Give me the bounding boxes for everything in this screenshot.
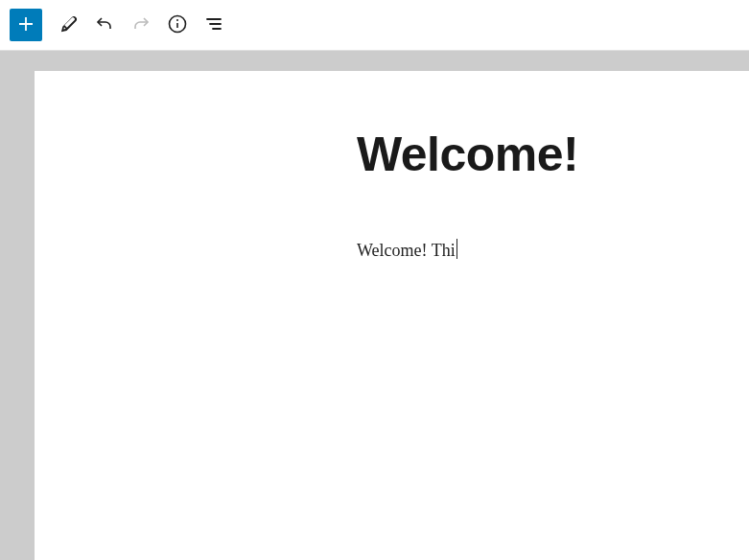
pencil-icon xyxy=(57,12,80,38)
post-content-area[interactable]: Welcome! Welcome! Thi xyxy=(35,71,749,560)
editor-toolbar xyxy=(0,0,749,51)
details-button[interactable] xyxy=(161,9,194,41)
redo-button[interactable] xyxy=(125,9,157,41)
info-icon xyxy=(166,12,189,38)
undo-button[interactable] xyxy=(88,9,121,41)
editor-canvas: Welcome! Welcome! Thi xyxy=(0,51,749,560)
outline-button[interactable] xyxy=(198,9,230,41)
svg-point-2 xyxy=(176,19,178,21)
redo-icon xyxy=(129,12,152,38)
tools-button[interactable] xyxy=(52,9,84,41)
plus-icon xyxy=(14,12,37,38)
text-cursor xyxy=(456,239,457,259)
post-title[interactable]: Welcome! xyxy=(357,128,749,181)
add-block-button[interactable] xyxy=(10,9,42,41)
paragraph-block[interactable]: Welcome! Thi xyxy=(357,237,457,265)
undo-icon xyxy=(93,12,116,38)
paragraph-text: Welcome! Thi xyxy=(357,241,456,260)
list-view-icon xyxy=(202,12,225,38)
